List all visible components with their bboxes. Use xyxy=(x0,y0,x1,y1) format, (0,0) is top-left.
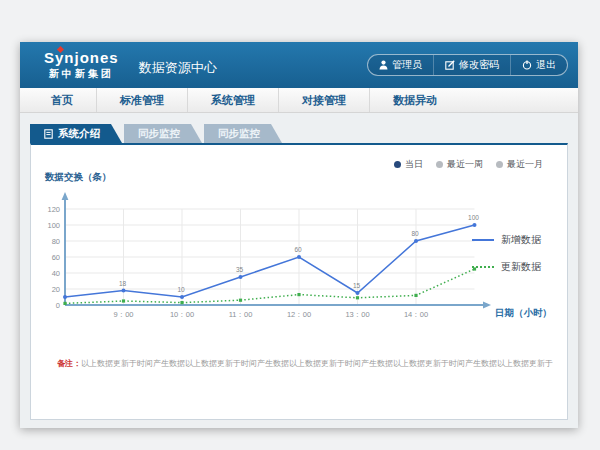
svg-text:18: 18 xyxy=(119,280,127,287)
svg-text:100: 100 xyxy=(468,214,479,221)
svg-text:10: 10 xyxy=(177,286,185,293)
tab-strip: 系统介绍 同步监控 同步监控 xyxy=(30,124,568,143)
svg-text:12：00: 12：00 xyxy=(287,310,311,319)
user-icon xyxy=(379,60,388,70)
tab-sync-monitor-2[interactable]: 同步监控 xyxy=(204,124,282,143)
nav-item-integration-mgmt[interactable]: 对接管理 xyxy=(279,88,370,112)
edit-icon xyxy=(445,60,455,70)
footnote-label: 备注： xyxy=(57,359,81,368)
user-toolbar: 管理员 修改密码 退出 xyxy=(367,54,568,76)
main-nav: 首页 标准管理 系统管理 对接管理 数据异动 xyxy=(20,88,578,113)
svg-text:20: 20 xyxy=(52,285,60,294)
nav-item-system-mgmt[interactable]: 系统管理 xyxy=(188,88,279,112)
chart-panel: 当日最近一周最近一月 数据交换（条） 0204060801001209：0010… xyxy=(30,143,568,420)
tab-system-intro[interactable]: 系统介绍 xyxy=(30,124,122,143)
legend-swatch-icon xyxy=(472,239,494,241)
y-axis-title: 数据交换（条） xyxy=(45,171,112,184)
svg-text:40: 40 xyxy=(52,269,60,278)
legend-swatch-icon xyxy=(472,266,494,268)
svg-text:60: 60 xyxy=(52,253,60,262)
tab-sync-monitor-1[interactable]: 同步监控 xyxy=(124,124,202,143)
power-icon xyxy=(522,60,532,70)
logout-button[interactable]: 退出 xyxy=(510,55,567,75)
logout-label: 退出 xyxy=(536,58,556,72)
change-password-label: 修改密码 xyxy=(459,58,499,72)
period-radio-label: 最近一周 xyxy=(447,158,483,171)
svg-text:13：00: 13：00 xyxy=(345,310,369,319)
app-window: Synjones 新中新集团 数据资源中心 管理员 修改密码 xyxy=(20,42,578,428)
tab-label: 同步监控 xyxy=(138,127,180,141)
app-header: Synjones 新中新集团 数据资源中心 管理员 修改密码 xyxy=(20,42,578,88)
nav-item-home[interactable]: 首页 xyxy=(28,88,97,112)
radio-dot-icon xyxy=(394,161,401,168)
svg-text:15: 15 xyxy=(353,282,361,289)
svg-text:100: 100 xyxy=(47,221,60,230)
admin-user-label: 管理员 xyxy=(392,58,422,72)
period-radio-label: 当日 xyxy=(405,158,423,171)
period-radio-label: 最近一月 xyxy=(507,158,543,171)
period-radio-1[interactable]: 最近一周 xyxy=(436,158,483,171)
radio-dot-icon xyxy=(436,161,443,168)
legend-item-0[interactable]: 新增数据 xyxy=(472,233,541,247)
radio-dot-icon xyxy=(496,161,503,168)
svg-text:11：00: 11：00 xyxy=(229,310,253,319)
svg-text:35: 35 xyxy=(236,266,244,273)
svg-text:80: 80 xyxy=(411,230,419,237)
svg-text:0: 0 xyxy=(56,301,60,310)
svg-text:10：00: 10：00 xyxy=(170,310,194,319)
logo-text: Synjones xyxy=(44,50,119,65)
legend-label: 新增数据 xyxy=(501,233,541,247)
footnote-text: 以上数据更新于时间产生数据以上数据更新于时间产生数据以上数据更新于时间产生数据以… xyxy=(81,359,553,368)
svg-text:14：00: 14：00 xyxy=(404,310,428,319)
svg-text:日期（小时）: 日期（小时） xyxy=(495,307,552,319)
period-radio-2[interactable]: 最近一月 xyxy=(496,158,543,171)
nav-item-data-change[interactable]: 数据异动 xyxy=(370,88,460,112)
svg-text:60: 60 xyxy=(294,246,302,253)
svg-text:120: 120 xyxy=(47,205,60,214)
legend-item-1[interactable]: 更新数据 xyxy=(472,260,541,274)
svg-text:80: 80 xyxy=(52,237,60,246)
legend-label: 更新数据 xyxy=(501,260,541,274)
tab-label: 系统介绍 xyxy=(58,127,100,141)
document-icon xyxy=(44,129,53,139)
change-password-button[interactable]: 修改密码 xyxy=(433,55,510,75)
logo-subtext: 新中新集团 xyxy=(44,67,119,81)
svg-text:9：00: 9：00 xyxy=(113,310,133,319)
admin-user-button[interactable]: 管理员 xyxy=(368,55,433,75)
chart-legend: 新增数据更新数据 xyxy=(472,233,541,274)
tab-label: 同步监控 xyxy=(218,127,260,141)
content-area: 系统介绍 同步监控 同步监控 当日最近一周最近一月 数据交换（条） 020406… xyxy=(20,113,578,428)
page-title: 数据资源中心 xyxy=(139,59,217,77)
footnote: 备注：以上数据更新于时间产生数据以上数据更新于时间产生数据以上数据更新于时间产生… xyxy=(57,358,565,369)
period-filter-group: 当日最近一周最近一月 xyxy=(394,158,543,171)
period-radio-0[interactable]: 当日 xyxy=(394,158,423,171)
nav-item-standard-mgmt[interactable]: 标准管理 xyxy=(97,88,188,112)
company-logo: Synjones 新中新集团 xyxy=(44,50,119,81)
